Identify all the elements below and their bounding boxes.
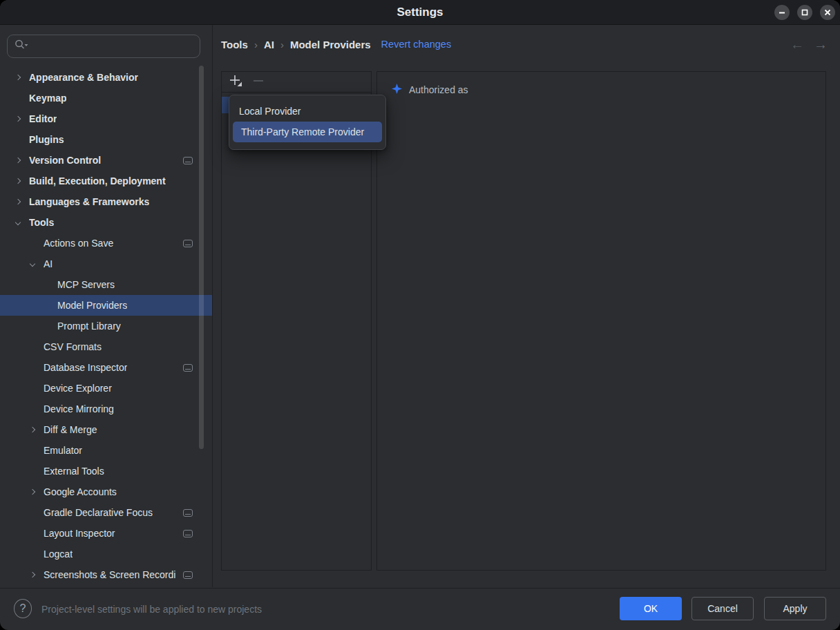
- breadcrumb-separator: ›: [280, 39, 284, 50]
- sidebar-item-google-accounts[interactable]: Google Accounts: [0, 481, 212, 502]
- window-indicator-icon: [183, 571, 193, 579]
- sidebar-item-label: Tools: [29, 217, 54, 228]
- sidebar-item-external-tools[interactable]: External Tools: [0, 461, 212, 481]
- sidebar-item-label: Database Inspector: [44, 362, 127, 373]
- authorized-as-row: Authorized as: [392, 84, 468, 96]
- chevron-right-icon[interactable]: [15, 158, 21, 163]
- provider-list-toolbar: [222, 72, 371, 93]
- breadcrumb-ai[interactable]: AI: [264, 39, 274, 50]
- breadcrumb-separator: ›: [254, 39, 258, 50]
- maximize-button[interactable]: [797, 5, 812, 20]
- sidebar-item-ai[interactable]: AI: [0, 254, 212, 274]
- add-provider-button[interactable]: [228, 73, 245, 91]
- sidebar-item-label: CSV Formats: [44, 341, 102, 352]
- settings-sidebar: Appearance & BehaviorKeymapEditorPlugins…: [0, 25, 213, 587]
- sidebar-item-label: Layout Inspector: [44, 528, 115, 539]
- sidebar-item-label: Device Mirroring: [44, 403, 114, 414]
- sidebar-item-label: Languages & Frameworks: [29, 196, 149, 207]
- authorized-as-label: Authorized as: [409, 84, 468, 95]
- sidebar-item-label: Editor: [29, 113, 57, 124]
- back-arrow-icon[interactable]: ←: [790, 37, 804, 52]
- settings-tree: Appearance & BehaviorKeymapEditorPlugins…: [0, 67, 212, 585]
- forward-arrow-icon[interactable]: →: [814, 37, 828, 52]
- chevron-down-icon[interactable]: [15, 220, 21, 225]
- breadcrumb: Tools › AI › Model Providers Revert chan…: [221, 36, 451, 52]
- ok-button[interactable]: OK: [620, 597, 682, 620]
- revert-changes-link[interactable]: Revert changes: [381, 39, 452, 50]
- sidebar-item-label: Screenshots & Screen Recordi: [44, 569, 175, 580]
- sidebar-item-mcp-servers[interactable]: MCP Servers: [0, 274, 212, 295]
- search-input[interactable]: [29, 40, 200, 52]
- sidebar-item-version-control[interactable]: Version Control: [0, 150, 212, 171]
- window-indicator-icon: [183, 157, 193, 164]
- window-indicator-icon: [183, 240, 193, 247]
- popup-item-third-party-remote-provider[interactable]: Third-Party Remote Provider: [233, 122, 382, 142]
- sidebar-item-appearance-behavior[interactable]: Appearance & Behavior: [0, 67, 212, 88]
- sidebar-item-diff-merge[interactable]: Diff & Merge: [0, 419, 212, 440]
- chevron-right-icon[interactable]: [15, 116, 21, 122]
- help-icon[interactable]: ?: [14, 599, 32, 618]
- window-indicator-icon: [183, 530, 193, 537]
- sidebar-item-logcat[interactable]: Logcat: [0, 544, 212, 564]
- remove-provider-button[interactable]: [251, 74, 265, 90]
- titlebar: Settings: [0, 0, 840, 25]
- window-indicator-icon: [183, 509, 193, 517]
- popup-item-local-provider[interactable]: Local Provider: [229, 101, 385, 122]
- sidebar-item-tools[interactable]: Tools: [0, 212, 212, 233]
- breadcrumb-model-providers[interactable]: Model Providers: [290, 39, 371, 50]
- minimize-button[interactable]: [774, 5, 790, 20]
- sidebar-item-label: Keymap: [29, 93, 66, 104]
- cancel-button[interactable]: Cancel: [691, 597, 754, 620]
- dropdown-caret: [238, 82, 242, 87]
- sidebar-item-label: Model Providers: [57, 300, 127, 311]
- sidebar-item-label: Build, Execution, Deployment: [29, 175, 166, 187]
- sidebar-item-label: Version Control: [29, 155, 101, 166]
- chevron-right-icon[interactable]: [30, 489, 35, 495]
- apply-button[interactable]: Apply: [764, 597, 826, 620]
- sidebar-item-model-providers[interactable]: Model Providers: [0, 295, 212, 316]
- sidebar-item-label: Prompt Library: [57, 321, 121, 332]
- sparkle-diamond-icon: [392, 84, 402, 96]
- sidebar-item-label: Google Accounts: [44, 486, 117, 497]
- sidebar-item-screenshots-screen-recordi[interactable]: Screenshots & Screen Recordi: [0, 564, 212, 585]
- minimize-icon: [779, 9, 785, 16]
- window-controls: [774, 5, 835, 20]
- window-title: Settings: [0, 0, 840, 25]
- footer: ? Project-level settings will be applied…: [0, 589, 840, 630]
- sidebar-scrollbar[interactable]: [199, 66, 204, 449]
- maximize-icon: [801, 9, 808, 16]
- sidebar-item-device-mirroring[interactable]: Device Mirroring: [0, 399, 212, 419]
- chevron-right-icon[interactable]: [30, 572, 35, 578]
- sidebar-item-build-execution-deployment[interactable]: Build, Execution, Deployment: [0, 171, 212, 191]
- window-indicator-icon: [183, 364, 193, 372]
- sidebar-item-device-explorer[interactable]: Device Explorer: [0, 378, 212, 399]
- chevron-right-icon[interactable]: [15, 199, 21, 204]
- footer-note: Project-level settings will be applied t…: [41, 589, 262, 630]
- close-button[interactable]: [820, 5, 835, 20]
- breadcrumb-tools[interactable]: Tools: [221, 39, 248, 50]
- search-field[interactable]: [7, 35, 200, 58]
- sidebar-item-label: Logcat: [44, 548, 73, 560]
- chevron-right-icon[interactable]: [15, 178, 21, 184]
- sidebar-item-prompt-library[interactable]: Prompt Library: [0, 316, 212, 336]
- provider-detail-panel: Authorized as: [376, 71, 826, 571]
- chevron-down-icon[interactable]: [30, 261, 35, 267]
- sidebar-item-database-inspector[interactable]: Database Inspector: [0, 357, 212, 378]
- sidebar-item-languages-frameworks[interactable]: Languages & Frameworks: [0, 191, 212, 212]
- sidebar-item-label: Plugins: [29, 134, 64, 145]
- sidebar-item-label: Diff & Merge: [44, 424, 97, 435]
- chevron-right-icon[interactable]: [15, 75, 21, 80]
- sidebar-item-emulator[interactable]: Emulator: [0, 440, 212, 461]
- add-provider-popup: Local ProviderThird-Party Remote Provide…: [229, 95, 386, 150]
- sidebar-item-editor[interactable]: Editor: [0, 108, 212, 129]
- search-icon: [14, 38, 29, 55]
- sidebar-item-csv-formats[interactable]: CSV Formats: [0, 336, 212, 357]
- chevron-right-icon[interactable]: [30, 427, 35, 432]
- settings-window: Settings Appearance & BehaviorKeymapEdit…: [0, 0, 840, 630]
- sidebar-item-actions-on-save[interactable]: Actions on Save: [0, 233, 212, 254]
- sidebar-item-plugins[interactable]: Plugins: [0, 129, 212, 150]
- sidebar-item-gradle-declarative-focus[interactable]: Gradle Declarative Focus: [0, 502, 212, 523]
- sidebar-item-keymap[interactable]: Keymap: [0, 88, 212, 108]
- sidebar-item-layout-inspector[interactable]: Layout Inspector: [0, 523, 212, 544]
- close-icon: [824, 9, 831, 16]
